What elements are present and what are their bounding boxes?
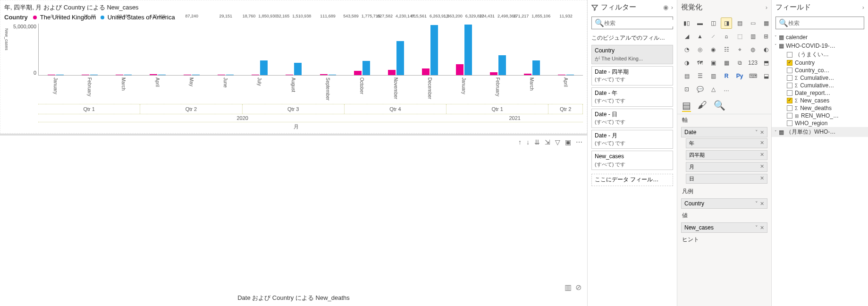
chevron-down-icon[interactable]: ˅ [755,129,758,136]
field-checkbox[interactable] [787,90,792,96]
viz-type-icon[interactable]: ☰ [694,70,706,82]
viz-type-icon[interactable]: △ [708,84,719,95]
viz-type-icon[interactable]: ◉ [708,44,719,55]
field-item[interactable]: （うまくい… [772,50,868,59]
bar-group[interactable]: 137,469 [141,23,175,75]
filter-card[interactable]: Date - 日(すべて) です [591,109,673,128]
viz-type-icon[interactable]: 💬 [694,84,706,95]
viz-type-icon[interactable]: ⌖ [734,44,745,55]
collapse-icon[interactable]: › [671,4,673,11]
bar-group[interactable]: 171,2171,855,106 [515,23,549,75]
bar-group[interactable]: 87,240 [175,23,209,75]
bar[interactable] [498,55,506,75]
bar-group[interactable]: 11,932 [549,23,583,75]
bar[interactable] [490,72,497,75]
remove-icon[interactable]: ✕ [760,225,764,231]
bar[interactable] [150,74,157,75]
bar[interactable] [558,75,565,75]
format-tab-icon[interactable]: 🖌 [698,100,707,112]
bar-group[interactable]: 1,363,2006,329,822 [447,23,481,75]
bar[interactable] [286,75,293,75]
bar-group[interactable]: 011 [39,23,73,75]
bar[interactable] [184,75,191,75]
viz-type-icon[interactable]: ◫ [708,17,719,29]
fields-search-input[interactable] [788,20,861,26]
bar[interactable] [329,75,336,75]
chevron-down-icon[interactable]: ˅ [755,225,758,231]
viz-type-icon[interactable]: ◑ [681,57,692,68]
bar-group[interactable]: 29,151 [209,23,243,75]
viz-type-icon[interactable]: 🗺 [694,57,706,68]
remove-icon[interactable]: ✕ [760,175,764,182]
table-header[interactable]: ˅▦calender [772,33,868,42]
bar[interactable] [192,75,200,75]
chevron-down-icon[interactable]: ˅ [755,201,758,207]
fields-tab-icon[interactable]: ▤ [682,100,691,112]
viz-type-icon[interactable]: ◨ [721,17,732,29]
viz-type-icon[interactable]: ⬚ [734,31,745,42]
collapse-icon[interactable]: › [862,4,864,11]
viz-type-icon[interactable]: ◍ [747,44,758,55]
table-header[interactable]: ˅▦WHO-COVID-19-… [772,42,868,50]
remove-icon[interactable]: ✕ [760,152,764,159]
field-item[interactable]: ⊞REN_WHO_… [772,112,868,119]
viz-type-icon[interactable]: ▮▯ [681,17,692,29]
axis-hierarchy-level[interactable]: 日✕ [686,174,767,184]
analytics-tab-icon[interactable]: 🔍 [714,100,725,112]
viz-type-icon[interactable]: … [721,84,732,95]
viz-type-icon[interactable]: ⌨ [747,70,758,82]
bar[interactable] [116,75,123,75]
bar-group[interactable]: 543,5891,775,715 [345,23,379,75]
viz-type-icon[interactable]: ⟋ [708,31,719,42]
bar[interactable] [90,75,98,75]
viz-type-icon[interactable]: ▲ [694,31,706,42]
viz-type-icon[interactable]: ▥ [747,31,758,42]
field-item[interactable]: WHO_region [772,119,868,127]
table-header[interactable]: ˅▦（月単位）WHO-… [772,127,868,137]
field-item[interactable]: ΣNew_deaths [772,104,868,112]
remove-icon[interactable]: ✕ [760,163,764,170]
viz-type-icon[interactable]: R [721,70,732,82]
fields-search[interactable]: 🔍 [775,17,864,29]
plot-area[interactable]: 011305529,655137,46987,24029,15118,7601,… [38,24,583,76]
viz-type-icon[interactable]: ▦ [721,57,732,68]
remove-icon[interactable]: ✕ [760,201,764,207]
field-checkbox[interactable] [787,113,792,119]
bar[interactable] [48,75,55,75]
bar[interactable] [218,75,225,75]
filter-drop-zone[interactable]: ここにデータ フィール… [591,174,673,186]
viz-type-icon[interactable]: ⩍ [721,31,732,42]
field-checkbox[interactable] [787,105,792,111]
chart-new-deaths[interactable]: ↑ ↓ ⇊ ⇲ ▽ ▣ ⋯ ▥ ⊘ Date および Country による N… [0,134,587,306]
bar[interactable] [422,68,430,75]
filters-search[interactable]: 🔍 [591,17,673,29]
bar[interactable] [158,75,166,75]
viz-type-icon[interactable]: Py [734,70,745,82]
bar[interactable] [260,60,268,75]
remove-icon[interactable]: ✕ [760,140,764,147]
bar-group[interactable]: 29,655 [107,23,141,75]
bar[interactable] [396,41,404,75]
viz-type-icon[interactable]: ▭ [747,17,758,29]
field-checkbox[interactable] [787,83,792,88]
viz-type-icon[interactable]: ◎ [694,44,706,55]
viz-type-icon[interactable]: ▦ [760,17,772,29]
bar-group[interactable]: 32,1651,510,938 [277,23,311,75]
bar[interactable] [252,75,259,75]
bar[interactable] [430,25,438,75]
bar[interactable] [456,64,463,75]
bar[interactable] [82,75,89,75]
bar[interactable] [56,75,64,75]
field-item[interactable]: ΣNew_cases [772,97,868,104]
chart-new-cases[interactable]: 年, 四半期, 月 および Country による New_cases Coun… [0,0,587,134]
bar-group[interactable]: 374,4312,498,366 [481,23,515,75]
viz-type-icon[interactable]: ▬ [694,17,706,29]
viz-type-icon[interactable]: ▥ [708,70,719,82]
field-checkbox[interactable] [787,98,792,103]
more-icon[interactable]: ⋯ [575,137,583,147]
drill-all-icon[interactable]: ⇊ [533,137,541,147]
bar-group[interactable]: 627,5824,230,147 [379,23,413,75]
viz-type-icon[interactable]: ▤ [681,70,692,82]
viz-type-icon[interactable]: ⬓ [760,70,772,82]
remove-icon[interactable]: ✕ [760,129,764,136]
